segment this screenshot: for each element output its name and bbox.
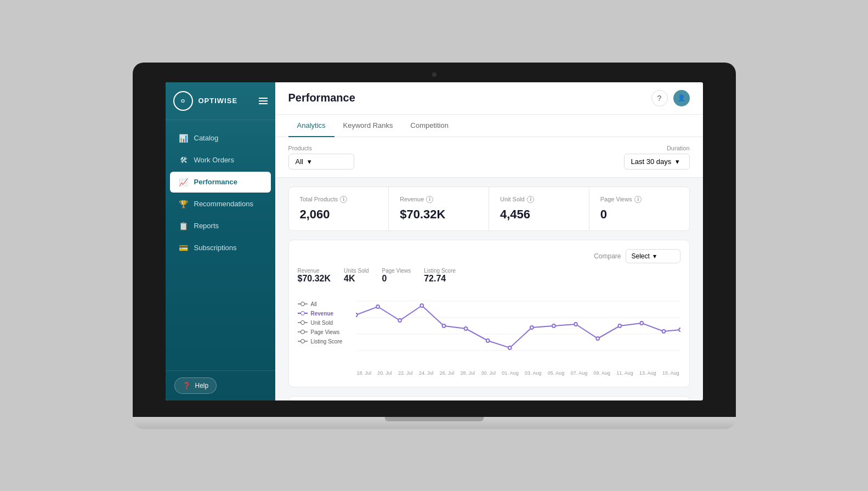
chart-x-label: 13. Aug	[639, 370, 656, 376]
laptop-base	[133, 417, 736, 429]
chart-metric-page-views: Page Views 0	[382, 268, 411, 284]
products-filter: Products All ▾	[288, 145, 354, 170]
chart-x-label: 28. Jul	[461, 370, 475, 376]
hamburger-icon[interactable]	[259, 98, 268, 104]
sidebar-item-reports[interactable]: 📋 Reports	[170, 216, 271, 236]
sidebar-nav: 📊 Catalog 🛠 Work Orders 📈 Performance 🏆 …	[166, 120, 275, 370]
nav-icon-subscriptions: 💳	[179, 244, 189, 252]
help-button[interactable]: ❓ Help	[174, 377, 217, 394]
compare-group: Compare Select ▾	[594, 249, 680, 263]
sidebar-item-work-orders[interactable]: 🛠 Work Orders	[170, 150, 271, 171]
tab-competition[interactable]: Competition	[402, 115, 457, 137]
svg-point-5	[376, 305, 379, 308]
sidebar-item-performance[interactable]: 📈 Performance	[170, 172, 271, 193]
stat-label: Page Views ℹ	[600, 196, 678, 203]
metric-value: 4K	[344, 274, 369, 284]
user-avatar[interactable]: 👤	[673, 90, 690, 106]
info-icon[interactable]: ℹ	[634, 196, 642, 203]
chart-metric-units-sold: Units Sold 4K	[344, 268, 369, 284]
chart-x-labels: 18. Jul20. Jul22. Jul24. Jul26. Jul28. J…	[356, 370, 680, 376]
filters-row: Products All ▾ Duration Last 30 days ▾	[275, 137, 703, 178]
logo-icon: O	[173, 91, 193, 111]
chart-metric-listing-score: Listing Score 72.74	[424, 268, 456, 284]
legend-item-unit-sold[interactable]: Unit Sold	[298, 320, 347, 326]
svg-point-10	[486, 339, 489, 342]
help-circle-button[interactable]: ?	[651, 90, 668, 106]
chart-x-label: 11. Aug	[616, 370, 633, 376]
chart-x-label: 07. Aug	[571, 370, 588, 376]
legend-label: All	[311, 301, 317, 307]
chart-header: Compare Select ▾	[298, 249, 680, 263]
svg-point-7	[420, 304, 423, 307]
chart-x-label: 05. Aug	[548, 370, 565, 376]
duration-label: Duration	[667, 145, 690, 151]
svg-point-18	[662, 330, 665, 333]
stat-card-unit-sold: Unit Sold ℹ 4,456	[489, 187, 589, 230]
svg-point-11	[508, 346, 511, 349]
svg-point-14	[574, 323, 577, 326]
stat-label: Revenue ℹ	[400, 196, 478, 203]
chart-x-label: 26. Jul	[440, 370, 455, 376]
nav-icon-recommendations: 🏆	[179, 200, 189, 208]
sidebar-item-recommendations[interactable]: 🏆 Recommendations	[170, 194, 271, 215]
legend-item-listing-score[interactable]: Listing Score	[298, 338, 347, 345]
tab-analytics[interactable]: Analytics	[288, 115, 334, 137]
legend-item-revenue[interactable]: Revenue	[298, 311, 347, 317]
nav-label-catalog: Catalog	[194, 134, 219, 142]
chevron-down-icon: ▾	[676, 157, 679, 166]
chart-x-label: 20. Jul	[377, 370, 392, 376]
chevron-down-icon: ▾	[653, 252, 656, 260]
chart-body: All Revenue Unit Sold Page Views Listing…	[298, 290, 680, 378]
metric-value: 0	[382, 274, 411, 284]
svg-point-6	[398, 319, 401, 322]
svg-point-12	[530, 326, 533, 329]
products-select[interactable]: All ▾	[288, 154, 354, 170]
legend-line	[298, 322, 308, 323]
chart-x-label: 09. Aug	[593, 370, 610, 376]
stat-card-page-views: Page Views ℹ 0	[589, 187, 689, 230]
stat-card-revenue: Revenue ℹ $70.32K	[389, 187, 489, 230]
logo-area: O OPTIWISE	[166, 82, 275, 120]
help-section: ❓ Help	[166, 370, 275, 400]
legend-line	[298, 331, 308, 332]
info-icon[interactable]: ℹ	[426, 196, 433, 203]
products-value: All	[296, 157, 303, 166]
tab-keyword-ranks[interactable]: Keyword Ranks	[334, 115, 402, 137]
legend-line	[298, 341, 308, 342]
legend-item-all[interactable]: All	[298, 301, 347, 307]
compare-value: Select	[632, 252, 650, 260]
chart-x-label: 15. Aug	[662, 370, 679, 376]
metric-label: Page Views	[382, 268, 411, 274]
info-icon[interactable]: ℹ	[340, 196, 347, 203]
legend-item-page-views[interactable]: Page Views	[298, 329, 347, 335]
main-content: Performance ? 👤 AnalyticsKeyword RanksCo…	[275, 82, 703, 400]
chevron-down-icon: ▾	[308, 157, 311, 166]
nav-label-work-orders: Work Orders	[194, 156, 234, 164]
app-name: OPTIWISE	[198, 97, 238, 105]
stat-value: 4,456	[500, 207, 578, 222]
compare-label: Compare	[594, 252, 621, 260]
nav-label-recommendations: Recommendations	[194, 200, 253, 208]
metric-label: Listing Score	[424, 268, 456, 274]
stat-label: Total Products ℹ	[300, 196, 378, 203]
nav-icon-work-orders: 🛠	[179, 156, 189, 165]
top-bar: Performance ? 👤	[275, 82, 703, 115]
stat-value: 0	[600, 207, 678, 222]
chart-x-label: 24. Jul	[419, 370, 434, 376]
svg-point-8	[442, 324, 445, 328]
svg-point-4	[356, 313, 358, 317]
duration-filter: Duration Last 30 days ▾	[624, 145, 690, 170]
table-section: ☰ Filters ▾ 1-10 of 2060 products Export…	[288, 396, 690, 400]
sidebar-item-catalog[interactable]: 📊 Catalog	[170, 128, 271, 149]
compare-select[interactable]: Select ▾	[626, 249, 680, 263]
stat-label: Unit Sold ℹ	[500, 196, 578, 203]
svg-point-17	[640, 321, 643, 325]
sidebar-item-subscriptions[interactable]: 💳 Subscriptions	[170, 238, 271, 258]
info-icon[interactable]: ℹ	[527, 196, 534, 203]
table-toolbar: ☰ Filters ▾ 1-10 of 2060 products Export…	[289, 397, 689, 400]
chart-metric-revenue: Revenue $70.32K	[298, 268, 331, 284]
duration-select[interactable]: Last 30 days ▾	[624, 154, 690, 170]
svg-point-13	[552, 324, 555, 328]
help-label: Help	[195, 382, 209, 390]
legend-label: Revenue	[311, 311, 334, 317]
